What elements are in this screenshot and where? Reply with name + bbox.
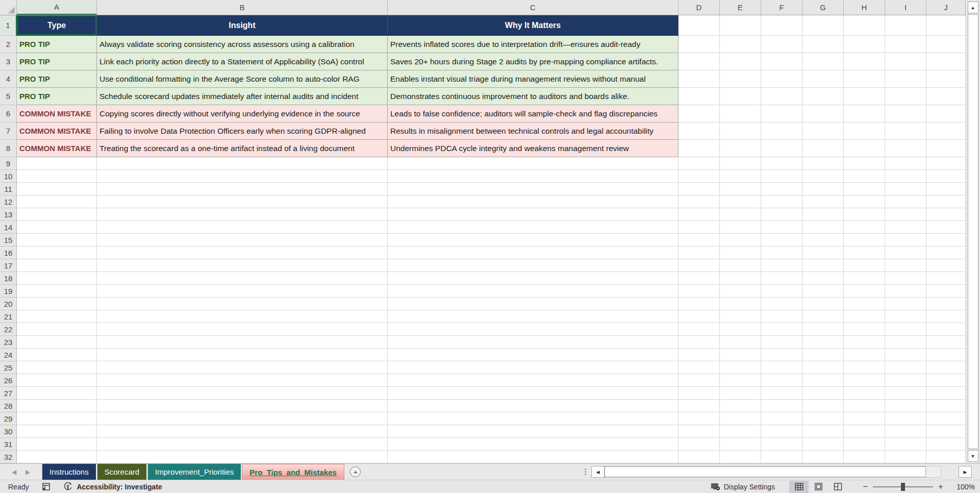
cell-G12[interactable]	[802, 195, 844, 208]
cell-D21[interactable]	[679, 310, 720, 323]
cell-C30[interactable]	[388, 425, 679, 438]
row-header-16[interactable]: 16	[0, 246, 17, 259]
sheet-tab-instructions[interactable]: Instructions	[42, 464, 96, 480]
cell-F26[interactable]	[761, 374, 802, 387]
cell-B11[interactable]	[97, 183, 388, 195]
cell-I29[interactable]	[885, 412, 926, 425]
cell-B21[interactable]	[97, 310, 388, 323]
cell-I28[interactable]	[885, 400, 926, 412]
cell-F28[interactable]	[761, 400, 802, 412]
cell-H28[interactable]	[844, 400, 885, 412]
cell-B32[interactable]	[97, 451, 388, 463]
cell-C12[interactable]	[388, 195, 679, 208]
cell-J1[interactable]	[926, 15, 966, 36]
cell-C23[interactable]	[388, 336, 679, 349]
cell-G4[interactable]	[802, 70, 844, 88]
row-header-23[interactable]: 23	[0, 336, 17, 349]
cell-E5[interactable]	[720, 88, 761, 105]
column-header-E[interactable]: E	[720, 0, 761, 15]
cell-A30[interactable]	[17, 425, 97, 438]
cell-J32[interactable]	[926, 451, 966, 463]
cell-A26[interactable]	[17, 374, 97, 387]
cell-J16[interactable]	[926, 246, 966, 259]
cell-C21[interactable]	[388, 310, 679, 323]
cell-I16[interactable]	[885, 246, 926, 259]
cell-C16[interactable]	[388, 246, 679, 259]
row-header-12[interactable]: 12	[0, 195, 17, 208]
cell-B6[interactable]: Copying scores directly without verifyin…	[97, 105, 388, 122]
cell-I3[interactable]	[885, 53, 926, 70]
cell-H2[interactable]	[844, 36, 885, 53]
zoom-slider-handle[interactable]	[901, 483, 905, 491]
cell-E6[interactable]	[720, 105, 761, 122]
cell-F18[interactable]	[761, 272, 802, 285]
cell-I30[interactable]	[885, 425, 926, 438]
cell-D26[interactable]	[679, 374, 720, 387]
cell-A9[interactable]	[17, 157, 97, 170]
cell-J2[interactable]	[926, 36, 966, 53]
cell-G28[interactable]	[802, 400, 844, 412]
cell-B15[interactable]	[97, 234, 388, 246]
row-header-18[interactable]: 18	[0, 272, 17, 285]
cell-B22[interactable]	[97, 323, 388, 336]
cell-I6[interactable]	[885, 105, 926, 122]
cell-G27[interactable]	[802, 387, 844, 400]
cell-D2[interactable]	[679, 36, 720, 53]
cell-H26[interactable]	[844, 374, 885, 387]
cell-A8[interactable]: COMMON MISTAKE	[17, 140, 97, 157]
cell-E14[interactable]	[720, 221, 761, 234]
cell-I8[interactable]	[885, 140, 926, 157]
column-header-I[interactable]: I	[885, 0, 926, 15]
cell-G23[interactable]	[802, 336, 844, 349]
cell-D17[interactable]	[679, 259, 720, 272]
cell-J24[interactable]	[926, 349, 966, 361]
cell-G10[interactable]	[802, 170, 844, 183]
cell-A19[interactable]	[17, 285, 97, 298]
cell-G26[interactable]	[802, 374, 844, 387]
cell-G18[interactable]	[802, 272, 844, 285]
display-settings-button[interactable]: Display Settings	[711, 482, 775, 491]
cell-H9[interactable]	[844, 157, 885, 170]
cell-B27[interactable]	[97, 387, 388, 400]
cell-G14[interactable]	[802, 221, 844, 234]
cell-G21[interactable]	[802, 310, 844, 323]
cell-J29[interactable]	[926, 412, 966, 425]
cell-E30[interactable]	[720, 425, 761, 438]
cell-J27[interactable]	[926, 387, 966, 400]
cell-D29[interactable]	[679, 412, 720, 425]
cell-D16[interactable]	[679, 246, 720, 259]
cell-H7[interactable]	[844, 122, 885, 140]
cell-J25[interactable]	[926, 361, 966, 374]
cell-I20[interactable]	[885, 298, 926, 310]
cell-E7[interactable]	[720, 122, 761, 140]
cell-A10[interactable]	[17, 170, 97, 183]
cell-F27[interactable]	[761, 387, 802, 400]
cell-D11[interactable]	[679, 183, 720, 195]
row-header-10[interactable]: 10	[0, 170, 17, 183]
row-header-3[interactable]: 3	[0, 53, 17, 70]
cell-J17[interactable]	[926, 259, 966, 272]
cell-C4[interactable]: Enables instant visual triage during man…	[388, 70, 679, 88]
cell-C7[interactable]: Results in misalignment between technica…	[388, 122, 679, 140]
vertical-scrollbar[interactable]: ▲ ▼	[966, 0, 980, 463]
cell-F25[interactable]	[761, 361, 802, 374]
cell-H25[interactable]	[844, 361, 885, 374]
tab-splitter-icon[interactable]	[585, 469, 586, 475]
cell-A24[interactable]	[17, 349, 97, 361]
cell-B24[interactable]	[97, 349, 388, 361]
cell-E16[interactable]	[720, 246, 761, 259]
cell-E13[interactable]	[720, 208, 761, 221]
row-header-14[interactable]: 14	[0, 221, 17, 234]
cell-F21[interactable]	[761, 310, 802, 323]
cell-B13[interactable]	[97, 208, 388, 221]
cell-H17[interactable]	[844, 259, 885, 272]
cell-H16[interactable]	[844, 246, 885, 259]
cell-C14[interactable]	[388, 221, 679, 234]
cell-D22[interactable]	[679, 323, 720, 336]
cell-E24[interactable]	[720, 349, 761, 361]
cell-A25[interactable]	[17, 361, 97, 374]
scroll-left-icon[interactable]: ◀	[591, 466, 605, 478]
cell-H21[interactable]	[844, 310, 885, 323]
cell-C17[interactable]	[388, 259, 679, 272]
cell-F4[interactable]	[761, 70, 802, 88]
